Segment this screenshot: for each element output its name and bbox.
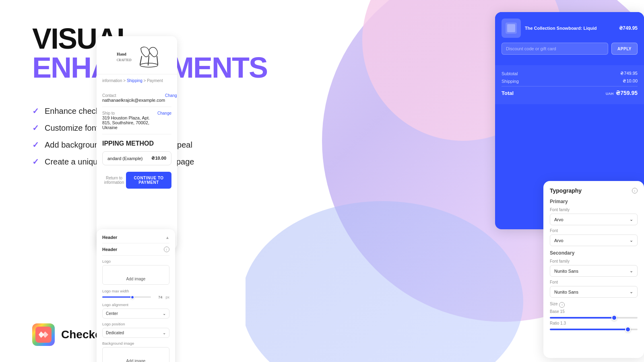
logo-alignment-chevron: ⌄ [163, 311, 166, 316]
return-btn[interactable]: Return to information [102, 176, 126, 185]
subtotal-value: ₴749.95 [620, 71, 638, 76]
discount-input[interactable] [502, 43, 608, 55]
svg-text:CRAFTED: CRAFTED [117, 58, 132, 62]
svg-point-3 [140, 63, 158, 67]
logo-width-slider[interactable] [102, 296, 151, 298]
secondary-font-chevron: ⌄ [630, 289, 633, 294]
primary-font-chevron: ⌄ [630, 238, 633, 243]
typography-panel: Typography i Primary Font family Arvo ⌄ … [543, 181, 644, 358]
base-slider-label: Base 15 [550, 309, 638, 314]
primary-font-select[interactable]: Arvo ⌄ [550, 234, 638, 246]
primary-font-value: Arvo [554, 238, 564, 243]
secondary-font-select[interactable]: Nunito Sans ⌄ [550, 286, 638, 298]
shipping-option[interactable]: andard (Example) ₴10.00 [102, 151, 171, 165]
logo-max-width-field: Logo max width 74 px [102, 289, 169, 299]
header-sub-accordion-row[interactable]: Header i [102, 247, 169, 256]
order-item-name: The Collection Snowboard: Liquid [525, 26, 615, 31]
logo-position-select[interactable]: Dedicated ⌄ [102, 328, 169, 338]
ship-to-value: 319 Houston Plaza, Apt. 815, Southshire,… [102, 115, 157, 130]
secondary-font-family-label: Font family [550, 259, 638, 263]
logo-position-field: Logo position Dedicated ⌄ [102, 322, 169, 338]
size-info-icon[interactable]: i [559, 302, 565, 308]
order-item-row: The Collection Snowboard: Liquid ₴749.95 [502, 19, 638, 38]
contact-label: Contact [102, 93, 165, 98]
grand-total-row: Total UAH ₴759.95 [502, 86, 638, 96]
logo-position-value: Dedicated [106, 331, 124, 335]
currency-badge: UAH [606, 92, 614, 96]
size-label: Size [550, 302, 557, 306]
shipping-method-section: IPPING METHOD andard (Example) ₴10.00 [102, 140, 171, 165]
handcrafted-logo-svg: Hand CRAFTED [113, 44, 161, 68]
typography-header: Typography i [550, 187, 638, 194]
primary-font-field: Font Arvo ⌄ [550, 228, 638, 246]
secondary-typo-label: Secondary [550, 250, 638, 256]
ratio-slider-label: Ratio 1.3 [550, 321, 638, 325]
primary-font-family-chevron: ⌄ [630, 217, 633, 222]
handcrafted-logo-area: Hand CRAFTED [97, 36, 177, 74]
typography-info-icon[interactable]: i [632, 188, 638, 193]
contact-value: nathanaelkrajcik@example.com [102, 98, 165, 103]
shipping-total-row: Shipping ₴10.00 [502, 78, 638, 84]
secondary-font-family-field: Font family Nunito Sans ⌄ [550, 259, 638, 277]
logo-alignment-label: Logo alignment [102, 302, 169, 307]
secondary-font-family-value: Nunito Sans [554, 269, 578, 274]
logo-add-image-btn[interactable]: Add image [102, 265, 169, 285]
order-item-price: ₴749.95 [619, 25, 638, 31]
background-image-field: Background image Add image [102, 341, 169, 362]
svg-text:Hand: Hand [117, 52, 126, 56]
secondary-font-family-chevron: ⌄ [630, 268, 633, 274]
secondary-font-value: Nunito Sans [554, 290, 578, 294]
contact-change-btn[interactable]: Change [165, 93, 177, 98]
ship-to-field-row: Ship to 319 Houston Plaza, Apt. 815, Sou… [102, 107, 171, 134]
grand-total-value: UAH ₴759.95 [606, 90, 638, 96]
header-accordion-row[interactable]: Header ▲ [102, 235, 169, 243]
logo-field: Logo Add image [102, 259, 169, 285]
shipping-option-price: ₴10.00 [151, 156, 166, 161]
breadcrumb: information > Shipping > Payment [102, 78, 171, 83]
check-icon-3: ✓ [32, 140, 39, 150]
typography-title: Typography [550, 187, 582, 194]
ratio-slider-thumb[interactable] [625, 327, 631, 332]
base-slider-thumb[interactable] [611, 315, 617, 321]
header-customization-panel: Header ▲ Header i Logo Add image Logo ma… [97, 229, 175, 362]
base-slider-track[interactable] [550, 317, 638, 319]
primary-font-label: Font [550, 228, 638, 233]
subtotal-row: Subtotal ₴749.95 [502, 71, 638, 76]
background-image-label: Background image [102, 341, 169, 346]
order-item-image [502, 19, 521, 38]
check-icon-1: ✓ [32, 106, 39, 116]
primary-font-family-value: Arvo [554, 217, 564, 222]
shipping-method-title: IPPING METHOD [102, 140, 171, 147]
logo-position-chevron: ⌄ [163, 331, 166, 335]
breadcrumb-area: information > Shipping > Payment Contact… [97, 74, 177, 189]
checkout-actions: Return to information CONTINUE TO PAYMEN… [102, 172, 171, 189]
brand-icon [32, 323, 55, 346]
add-image-label: Add image [126, 277, 146, 281]
shipping-total-value: ₴10.00 [623, 78, 638, 84]
grand-total-label: Total [502, 90, 514, 96]
order-totals: Subtotal ₴749.95 Shipping ₴10.00 Total U… [495, 65, 644, 104]
size-section: Size i Base 15 Ratio 1.3 [550, 302, 638, 330]
continue-btn[interactable]: CONTINUE TO PAYMENT [126, 172, 171, 189]
header-sub-info-icon[interactable]: i [164, 247, 169, 252]
subtotal-label: Subtotal [502, 71, 518, 76]
primary-font-family-label: Font family [550, 208, 638, 212]
ship-to-change-btn[interactable]: Change [157, 111, 171, 115]
contact-field-row: Contact nathanaelkrajcik@example.com Cha… [102, 89, 171, 107]
order-summary-top: The Collection Snowboard: Liquid ₴749.95… [495, 12, 644, 65]
bg-add-image-btn[interactable]: Add image [102, 347, 169, 362]
primary-font-family-select[interactable]: Arvo ⌄ [550, 214, 638, 225]
checkout-info-panel: Hand CRAFTED information > Shipping > Pa… [97, 36, 177, 249]
apply-discount-btn[interactable]: APPLY [611, 43, 638, 55]
logo-width-unit: px [165, 295, 169, 299]
check-icon-4: ✓ [32, 157, 39, 167]
secondary-font-label: Font [550, 280, 638, 284]
secondary-font-family-select[interactable]: Nunito Sans ⌄ [550, 265, 638, 277]
logo-alignment-field: Logo alignment Center ⌄ [102, 302, 169, 319]
base-slider-fill [550, 317, 613, 319]
ratio-slider-track[interactable] [550, 329, 638, 330]
grand-total-amount: ₴759.95 [616, 90, 638, 96]
primary-font-family-field: Font family Arvo ⌄ [550, 208, 638, 225]
logo-alignment-select[interactable]: Center ⌄ [102, 309, 169, 319]
logo-alignment-value: Center [106, 311, 118, 316]
